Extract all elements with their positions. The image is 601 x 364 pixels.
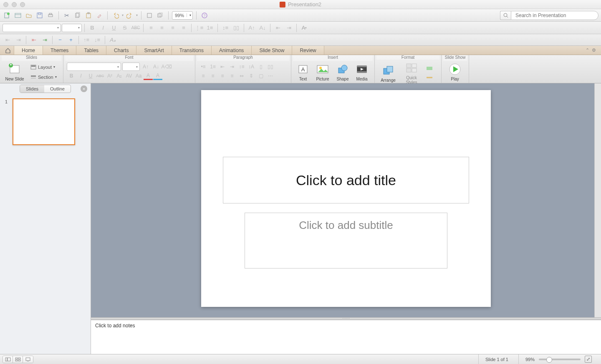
ribbon-underline-button[interactable]: U	[86, 72, 95, 80]
move-up-icon[interactable]: ↑≡	[81, 35, 91, 45]
ribbon-strike-button[interactable]: ABC	[96, 72, 105, 80]
slide-sorter-view-icon[interactable]	[13, 356, 23, 363]
search-icon[interactable]	[500, 11, 511, 20]
promote-icon[interactable]: ⇤	[29, 35, 39, 45]
tab-home[interactable]: Home	[14, 46, 43, 55]
numbering-icon[interactable]: 1≡	[205, 23, 215, 33]
vertical-scrollbar[interactable]	[594, 83, 601, 354]
tab-smartart[interactable]: SmartArt	[136, 46, 172, 55]
redo-icon[interactable]	[125, 11, 134, 20]
shrink-font-icon[interactable]: A↓	[258, 23, 268, 33]
slides-tab[interactable]: Slides	[20, 85, 44, 93]
thumbnail-preview[interactable]	[13, 98, 75, 145]
font-size-combo[interactable]: ▾	[62, 24, 82, 32]
bullets-icon[interactable]: •≡	[199, 63, 208, 71]
format-painter-icon[interactable]	[95, 11, 104, 20]
clear-format-icon[interactable]: A⌫	[162, 63, 171, 71]
zoom-slider[interactable]	[539, 359, 581, 360]
align-justify-icon[interactable]: ≡	[179, 23, 189, 33]
quick-styles-button[interactable]: Quick Styles	[400, 60, 423, 85]
open-icon[interactable]	[24, 11, 33, 20]
slide-canvas-area[interactable]: Click to add title Click to add subtitle	[91, 83, 601, 354]
align-center-icon[interactable]: ≡	[208, 72, 217, 80]
increase-indent-icon[interactable]: ⇥	[227, 63, 237, 71]
ribbon-italic-button[interactable]: I	[76, 72, 86, 80]
slide-thumbnail-1[interactable]: 1	[5, 98, 86, 145]
insert-text-button[interactable]: AText	[295, 62, 311, 82]
italic-button[interactable]: I	[98, 23, 108, 33]
tab-tables[interactable]: Tables	[76, 46, 106, 55]
highlight-icon[interactable]: A	[153, 72, 162, 80]
outdent-icon[interactable]: ⇤	[3, 35, 13, 45]
paragraph-dialog-icon[interactable]: ⋯	[266, 72, 275, 80]
help-icon[interactable]: ?	[200, 11, 209, 20]
cut-icon[interactable]: ✂	[62, 11, 71, 20]
slide[interactable]: Click to add title Click to add subtitle	[201, 90, 491, 307]
tab-transitions[interactable]: Transitions	[172, 46, 212, 55]
underline-button[interactable]: U	[109, 23, 119, 33]
tab-slideshow[interactable]: Slide Show	[252, 46, 292, 55]
tab-home-icon[interactable]	[2, 46, 14, 55]
align-right-icon[interactable]: ≡	[168, 23, 178, 33]
thumbnail-list[interactable]: 1	[0, 94, 91, 354]
outline-tab[interactable]: Outline	[44, 85, 71, 93]
close-panel-icon[interactable]: ×	[81, 85, 87, 92]
show-formatting-icon[interactable]: Aₐ	[108, 35, 118, 45]
tab-review[interactable]: Review	[292, 46, 324, 55]
layout-button[interactable]: Layout▾	[28, 63, 60, 72]
save-icon[interactable]	[35, 11, 44, 20]
shape-outline-icon[interactable]	[425, 73, 434, 82]
new-slide-button[interactable]: New Slide	[3, 62, 26, 82]
line-spacing-icon[interactable]: ↕≡	[237, 63, 246, 71]
zoom-combo[interactable]: 99%▾	[172, 11, 193, 20]
arrange-button[interactable]: Arrange	[378, 63, 398, 83]
align-left-icon[interactable]: ≡	[146, 23, 156, 33]
align-left-icon[interactable]: ≡	[199, 72, 208, 80]
grow-font-icon[interactable]: A↑	[141, 63, 150, 71]
font-color-icon[interactable]: A	[144, 72, 153, 80]
title-placeholder[interactable]: Click to add title	[223, 157, 469, 203]
ribbon-fontsize-combo[interactable]: ▾	[122, 63, 140, 71]
subtitle-placeholder[interactable]: Click to add subtitle	[245, 213, 447, 269]
tab-charts[interactable]: Charts	[106, 46, 136, 55]
section-button[interactable]: Section▾	[28, 73, 60, 82]
bullets-icon[interactable]: ⋮≡	[194, 23, 204, 33]
notes-pane[interactable]: Click to add notes	[91, 320, 601, 354]
convert-smartart-icon[interactable]: ▢	[256, 72, 265, 80]
zoom-window-button[interactable]	[20, 2, 25, 7]
distribute-v-icon[interactable]: ⇕	[247, 72, 256, 80]
play-button[interactable]: Play	[445, 62, 465, 82]
tab-animations[interactable]: Animations	[212, 46, 252, 55]
collapse-icon[interactable]: −	[55, 35, 65, 45]
paste-icon[interactable]	[84, 11, 93, 20]
decrease-indent-icon[interactable]: ⇤	[218, 63, 227, 71]
char-spacing-icon[interactable]: AV	[124, 72, 134, 80]
demote-icon[interactable]: ⇥	[40, 35, 50, 45]
close-window-button[interactable]	[3, 2, 8, 7]
change-case-icon[interactable]: Aa	[134, 72, 143, 80]
new-from-template-icon[interactable]	[13, 11, 23, 20]
increase-indent-icon[interactable]: ⇥	[284, 23, 294, 33]
move-down-icon[interactable]: ↓≡	[92, 35, 102, 45]
print-icon[interactable]	[46, 11, 55, 20]
new-file-icon[interactable]	[3, 11, 12, 20]
font-family-combo[interactable]: ▾	[3, 24, 61, 32]
ribbon-font-combo[interactable]: ▾	[67, 63, 121, 71]
ribbon-settings-icon[interactable]: ⚙	[592, 48, 596, 53]
minimize-window-button[interactable]	[12, 2, 17, 7]
columns-icon[interactable]: ▯▯	[231, 23, 241, 33]
insert-picture-button[interactable]: Picture	[313, 62, 332, 82]
distribute-h-icon[interactable]: ⇔	[237, 72, 246, 80]
align-center-icon[interactable]: ≡	[157, 23, 167, 33]
superscript-icon[interactable]: A²	[105, 72, 114, 80]
align-right-icon[interactable]: ≡	[218, 72, 227, 80]
indent-icon[interactable]: ⇥	[13, 35, 23, 45]
strikethrough-button[interactable]: S	[120, 23, 130, 33]
normal-view-icon[interactable]	[3, 356, 13, 363]
expand-icon[interactable]: +	[66, 35, 76, 45]
search-input[interactable]	[511, 11, 598, 20]
fit-to-window-icon[interactable]: ⤢	[585, 356, 592, 363]
text-direction-icon[interactable]: ↕A	[247, 63, 256, 71]
align-justify-icon[interactable]: ≡	[227, 72, 237, 80]
decrease-indent-icon[interactable]: ⇤	[273, 23, 283, 33]
